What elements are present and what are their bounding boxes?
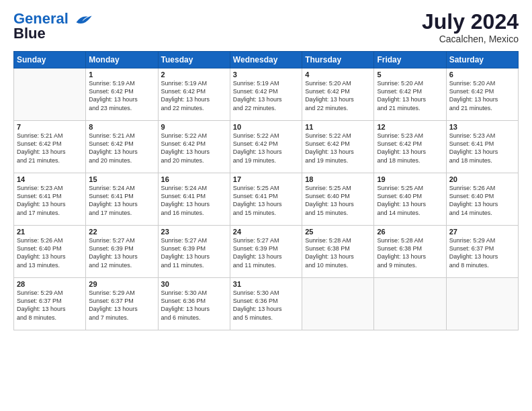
month-year-title: July 2024 — [422, 10, 519, 34]
calendar-cell: 30Sunrise: 5:30 AM Sunset: 6:36 PM Dayli… — [158, 278, 230, 330]
calendar-cell — [302, 278, 374, 330]
day-info: Sunrise: 5:21 AM Sunset: 6:42 PM Dayligh… — [89, 132, 154, 165]
col-header-saturday: Saturday — [446, 52, 518, 68]
calendar-cell: 4Sunrise: 5:20 AM Sunset: 6:42 PM Daylig… — [302, 68, 374, 121]
calendar-cell: 8Sunrise: 5:21 AM Sunset: 6:42 PM Daylig… — [86, 121, 158, 173]
day-number: 9 — [161, 123, 227, 131]
day-number: 24 — [233, 228, 299, 236]
calendar-cell — [374, 278, 446, 330]
day-info: Sunrise: 5:25 AM Sunset: 6:40 PM Dayligh… — [305, 184, 371, 217]
calendar-cell: 20Sunrise: 5:26 AM Sunset: 6:40 PM Dayli… — [446, 173, 518, 226]
day-number: 5 — [377, 71, 443, 79]
day-number: 31 — [233, 280, 299, 288]
calendar-cell: 19Sunrise: 5:25 AM Sunset: 6:40 PM Dayli… — [374, 173, 446, 226]
calendar-cell: 22Sunrise: 5:27 AM Sunset: 6:39 PM Dayli… — [86, 226, 158, 278]
calendar-cell: 17Sunrise: 5:25 AM Sunset: 6:41 PM Dayli… — [230, 173, 302, 226]
day-number: 4 — [305, 71, 371, 79]
day-number: 3 — [233, 71, 299, 79]
day-info: Sunrise: 5:19 AM Sunset: 6:42 PM Dayligh… — [161, 79, 227, 112]
calendar-cell: 24Sunrise: 5:27 AM Sunset: 6:39 PM Dayli… — [230, 226, 302, 278]
day-info: Sunrise: 5:20 AM Sunset: 6:42 PM Dayligh… — [449, 79, 515, 112]
col-header-sunday: Sunday — [14, 52, 86, 68]
day-info: Sunrise: 5:22 AM Sunset: 6:42 PM Dayligh… — [161, 132, 227, 165]
day-number: 27 — [449, 228, 515, 236]
calendar-week-2: 7Sunrise: 5:21 AM Sunset: 6:42 PM Daylig… — [14, 121, 519, 173]
calendar-week-1: 1Sunrise: 5:19 AM Sunset: 6:42 PM Daylig… — [14, 68, 519, 121]
calendar-cell: 6Sunrise: 5:20 AM Sunset: 6:42 PM Daylig… — [446, 68, 518, 121]
day-info: Sunrise: 5:26 AM Sunset: 6:40 PM Dayligh… — [17, 236, 83, 269]
col-header-thursday: Thursday — [302, 52, 374, 68]
logo-bird-icon — [74, 13, 93, 26]
calendar-week-5: 28Sunrise: 5:29 AM Sunset: 6:37 PM Dayli… — [14, 278, 519, 330]
day-number: 26 — [377, 228, 443, 236]
calendar-cell: 14Sunrise: 5:23 AM Sunset: 6:41 PM Dayli… — [14, 173, 86, 226]
day-number: 29 — [89, 280, 154, 288]
calendar-cell: 15Sunrise: 5:24 AM Sunset: 6:41 PM Dayli… — [86, 173, 158, 226]
col-header-tuesday: Tuesday — [158, 52, 230, 68]
day-info: Sunrise: 5:29 AM Sunset: 6:37 PM Dayligh… — [449, 236, 515, 269]
day-number: 20 — [449, 175, 515, 183]
calendar-cell: 28Sunrise: 5:29 AM Sunset: 6:37 PM Dayli… — [14, 278, 86, 330]
day-number: 30 — [161, 280, 227, 288]
day-info: Sunrise: 5:22 AM Sunset: 6:42 PM Dayligh… — [305, 132, 371, 165]
calendar-week-4: 21Sunrise: 5:26 AM Sunset: 6:40 PM Dayli… — [14, 226, 519, 278]
day-info: Sunrise: 5:27 AM Sunset: 6:39 PM Dayligh… — [233, 236, 299, 269]
day-number: 16 — [161, 175, 227, 183]
day-number: 15 — [89, 175, 154, 183]
calendar-week-3: 14Sunrise: 5:23 AM Sunset: 6:41 PM Dayli… — [14, 173, 519, 226]
calendar-cell: 18Sunrise: 5:25 AM Sunset: 6:40 PM Dayli… — [302, 173, 374, 226]
day-info: Sunrise: 5:19 AM Sunset: 6:42 PM Dayligh… — [89, 79, 154, 112]
day-info: Sunrise: 5:28 AM Sunset: 6:38 PM Dayligh… — [305, 236, 371, 269]
day-info: Sunrise: 5:28 AM Sunset: 6:38 PM Dayligh… — [377, 236, 443, 269]
day-info: Sunrise: 5:24 AM Sunset: 6:41 PM Dayligh… — [161, 184, 227, 217]
calendar-header-row: SundayMondayTuesdayWednesdayThursdayFrid… — [14, 52, 519, 68]
calendar-cell: 5Sunrise: 5:20 AM Sunset: 6:42 PM Daylig… — [374, 68, 446, 121]
day-info: Sunrise: 5:27 AM Sunset: 6:39 PM Dayligh… — [89, 236, 154, 269]
day-info: Sunrise: 5:25 AM Sunset: 6:40 PM Dayligh… — [377, 184, 443, 217]
calendar-cell: 16Sunrise: 5:24 AM Sunset: 6:41 PM Dayli… — [158, 173, 230, 226]
day-info: Sunrise: 5:29 AM Sunset: 6:37 PM Dayligh… — [89, 289, 154, 322]
col-header-monday: Monday — [86, 52, 158, 68]
calendar-cell: 12Sunrise: 5:23 AM Sunset: 6:42 PM Dayli… — [374, 121, 446, 173]
calendar-table: SundayMondayTuesdayWednesdayThursdayFrid… — [13, 51, 519, 330]
day-info: Sunrise: 5:23 AM Sunset: 6:42 PM Dayligh… — [377, 132, 443, 165]
day-info: Sunrise: 5:26 AM Sunset: 6:40 PM Dayligh… — [449, 184, 515, 217]
calendar-cell: 25Sunrise: 5:28 AM Sunset: 6:38 PM Dayli… — [302, 226, 374, 278]
day-number: 13 — [449, 123, 515, 131]
logo: General Blue — [13, 10, 94, 42]
calendar-cell: 29Sunrise: 5:29 AM Sunset: 6:37 PM Dayli… — [86, 278, 158, 330]
day-number: 22 — [89, 228, 154, 236]
day-info: Sunrise: 5:20 AM Sunset: 6:42 PM Dayligh… — [377, 79, 443, 112]
day-info: Sunrise: 5:20 AM Sunset: 6:42 PM Dayligh… — [305, 79, 371, 112]
calendar-cell: 27Sunrise: 5:29 AM Sunset: 6:37 PM Dayli… — [446, 226, 518, 278]
day-info: Sunrise: 5:25 AM Sunset: 6:41 PM Dayligh… — [233, 184, 299, 217]
day-info: Sunrise: 5:29 AM Sunset: 6:37 PM Dayligh… — [17, 289, 83, 322]
page-container: General Blue July 2024 Cacalchen, Mexico… — [0, 0, 532, 337]
day-number: 6 — [449, 71, 515, 79]
day-number: 25 — [305, 228, 371, 236]
day-info: Sunrise: 5:24 AM Sunset: 6:41 PM Dayligh… — [89, 184, 154, 217]
day-number: 11 — [305, 123, 371, 131]
day-number: 19 — [377, 175, 443, 183]
day-number: 28 — [17, 280, 83, 288]
day-info: Sunrise: 5:30 AM Sunset: 6:36 PM Dayligh… — [161, 289, 227, 322]
calendar-cell: 9Sunrise: 5:22 AM Sunset: 6:42 PM Daylig… — [158, 121, 230, 173]
calendar-cell — [14, 68, 86, 121]
day-info: Sunrise: 5:23 AM Sunset: 6:41 PM Dayligh… — [17, 184, 83, 217]
calendar-cell: 10Sunrise: 5:22 AM Sunset: 6:42 PM Dayli… — [230, 121, 302, 173]
day-info: Sunrise: 5:27 AM Sunset: 6:39 PM Dayligh… — [161, 236, 227, 269]
calendar-cell: 21Sunrise: 5:26 AM Sunset: 6:40 PM Dayli… — [14, 226, 86, 278]
title-block: July 2024 Cacalchen, Mexico — [422, 10, 519, 44]
day-info: Sunrise: 5:19 AM Sunset: 6:42 PM Dayligh… — [233, 79, 299, 112]
day-number: 23 — [161, 228, 227, 236]
day-number: 10 — [233, 123, 299, 131]
day-number: 17 — [233, 175, 299, 183]
calendar-cell: 1Sunrise: 5:19 AM Sunset: 6:42 PM Daylig… — [86, 68, 158, 121]
calendar-cell: 11Sunrise: 5:22 AM Sunset: 6:42 PM Dayli… — [302, 121, 374, 173]
calendar-cell: 26Sunrise: 5:28 AM Sunset: 6:38 PM Dayli… — [374, 226, 446, 278]
day-number: 8 — [89, 123, 154, 131]
day-number: 1 — [89, 71, 154, 79]
day-info: Sunrise: 5:21 AM Sunset: 6:42 PM Dayligh… — [17, 132, 83, 165]
calendar-cell: 23Sunrise: 5:27 AM Sunset: 6:39 PM Dayli… — [158, 226, 230, 278]
day-number: 14 — [17, 175, 83, 183]
